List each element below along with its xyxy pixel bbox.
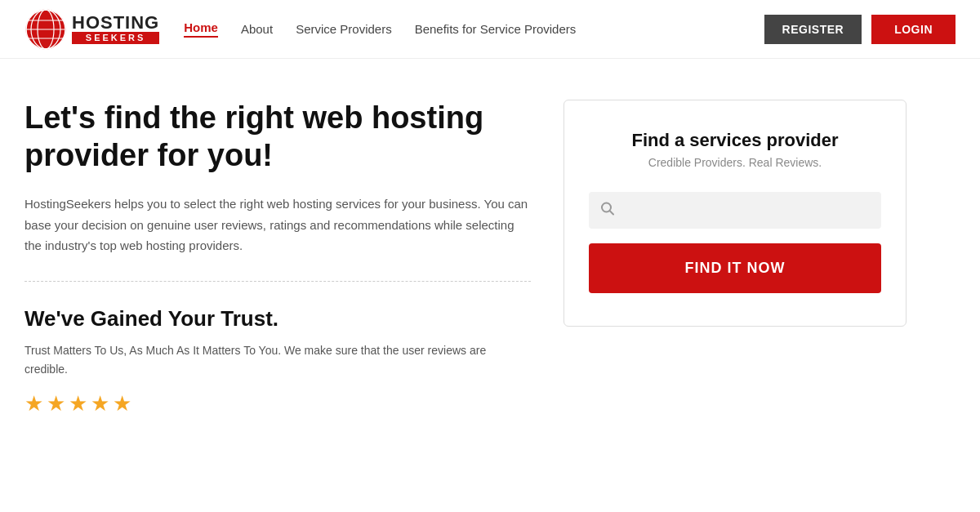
trust-description: Trust Matters To Us, As Much As It Matte… (24, 341, 531, 381)
star-3: ★ (69, 391, 87, 416)
globe-icon (24, 8, 67, 51)
star-1: ★ (24, 391, 43, 416)
right-column: Find a services provider Credible Provid… (564, 100, 906, 416)
star-rating: ★ ★ ★ ★ ★ (24, 391, 531, 416)
svg-line-8 (610, 211, 614, 215)
nav-service-providers[interactable]: Service Providers (296, 22, 392, 36)
search-icon (600, 201, 615, 220)
hero-title: Let's find the right web hosting provide… (24, 100, 531, 174)
nav-home[interactable]: Home (184, 20, 218, 38)
navbar: HOSTING SEEKERS Home About Service Provi… (0, 0, 980, 59)
star-4: ★ (91, 391, 109, 416)
search-input[interactable] (589, 192, 881, 229)
logo-seekers: SEEKERS (72, 32, 159, 44)
trust-title: We've Gained Your Trust. (24, 306, 531, 332)
nav-actions: REGISTER LOGIN (764, 15, 956, 44)
left-column: Let's find the right web hosting provide… (24, 100, 531, 416)
card-subtitle: Credible Providers. Real Reviews. (589, 156, 881, 169)
star-2: ★ (47, 391, 65, 416)
star-5: ★ (113, 391, 131, 416)
nav-about[interactable]: About (241, 22, 273, 36)
nav-links: Home About Service Providers Benefits fo… (184, 20, 764, 38)
login-button[interactable]: LOGIN (871, 15, 956, 44)
find-it-now-button[interactable]: FIND IT NOW (589, 243, 881, 293)
logo[interactable]: HOSTING SEEKERS (24, 8, 159, 51)
register-button[interactable]: REGISTER (764, 15, 862, 44)
divider (24, 281, 531, 282)
nav-benefits[interactable]: Benefits for Service Providers (415, 22, 577, 36)
hero-description: HostingSeekers helps you to select the r… (24, 194, 531, 256)
search-card: Find a services provider Credible Provid… (564, 100, 906, 327)
logo-hosting: HOSTING (72, 14, 159, 32)
search-input-wrap (589, 192, 881, 229)
main-content: Let's find the right web hosting provide… (0, 59, 980, 441)
card-title: Find a services provider (589, 130, 881, 151)
